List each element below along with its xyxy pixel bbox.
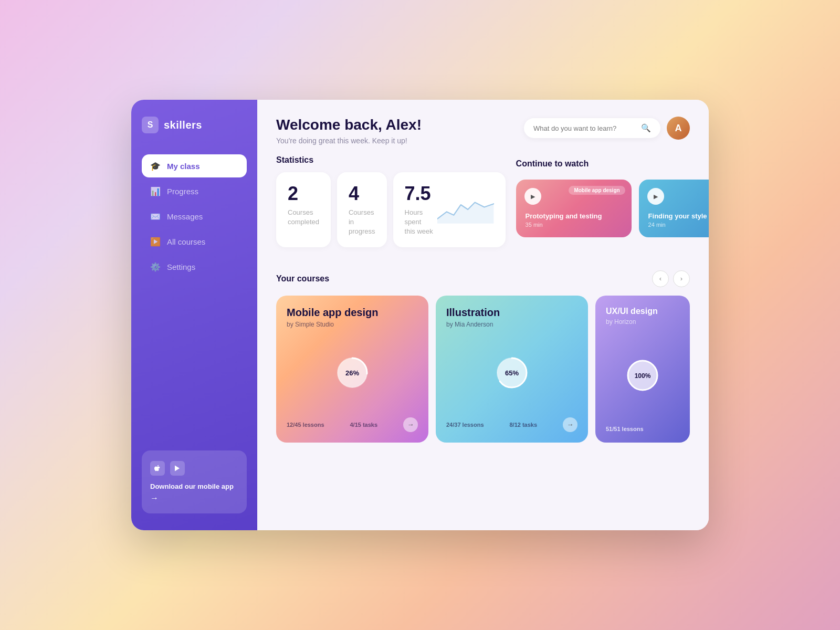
welcome-section: Welcome back, Alex! You're doing great t… (276, 117, 422, 145)
play-button-1[interactable]: ▶ (524, 188, 541, 205)
courses-next-button[interactable]: › (673, 270, 690, 287)
course-card-2-content: Illustration by Mia Anderson 65% 24/37 l (436, 296, 588, 443)
course-footer-1: 12/45 lessons 4/15 tasks → (287, 417, 418, 432)
sidebar-item-settings[interactable]: ⚙️ Settings (142, 255, 247, 278)
sidebar-item-my-class[interactable]: 🎓 My class (142, 154, 247, 177)
course-lessons-3: 51/51 lessons (606, 426, 644, 432)
logo-area: S skillers (142, 117, 247, 133)
progress-icon: 📊 (150, 186, 161, 196)
top-bar: Welcome back, Alex! You're doing great t… (257, 100, 709, 155)
continue-card-title-2: Finding your style (648, 212, 709, 220)
app-name: skillers (164, 119, 202, 131)
stat-label-hours: Hours spentthis week (405, 208, 438, 237)
your-courses-title: Your courses (276, 274, 329, 284)
search-input[interactable] (533, 124, 636, 132)
progress-circle-2: 65% (493, 354, 531, 392)
course-title-2: Illustration (446, 306, 578, 319)
continue-cards-list: ▶ Mobile app design Prototyping and test… (516, 180, 709, 237)
course-link-2[interactable]: → (563, 417, 578, 432)
progress-circle-1: 26% (333, 354, 371, 392)
stat-card-hours: 7.5 Hours spentthis week (393, 172, 506, 247)
course-author-2: by Mia Anderson (446, 321, 578, 328)
svg-text:26%: 26% (345, 369, 359, 377)
statistics-section: Statistics 2 Coursescompleted 4 Coursesi… (276, 155, 506, 260)
course-author-1: by Simple Studio (287, 321, 418, 328)
stat-number-hours: 7.5 (405, 183, 438, 205)
course-cards-list: Mobile app design by Simple Studio 26% 1 (276, 296, 690, 443)
course-link-1[interactable]: → (403, 417, 418, 432)
sidebar-item-all-courses[interactable]: ▶️ All courses (142, 230, 247, 253)
course-tasks-2: 8/12 tasks (509, 422, 537, 428)
course-title-3: UX/UI design (606, 306, 679, 316)
svg-text:65%: 65% (505, 369, 519, 377)
download-app-label: Download our mobile app (150, 482, 238, 491)
stat-number-completed: 2 (288, 183, 319, 205)
courses-nav-arrows: ‹ › (652, 270, 690, 287)
sidebar-label-all-courses: All courses (167, 237, 205, 246)
progress-circle-3: 100% (624, 356, 662, 394)
course-card-1[interactable]: Mobile app design by Simple Studio 26% 1 (276, 296, 428, 443)
search-icon: 🔍 (641, 123, 651, 133)
continue-watch-title: Continue to watch (516, 159, 589, 169)
my-class-icon: 🎓 (150, 161, 161, 171)
search-area: 🔍 A (524, 117, 690, 140)
continue-card-title-1: Prototyping and testing (526, 212, 622, 220)
svg-text:100%: 100% (635, 372, 651, 380)
course-title-1: Mobile app design (287, 306, 418, 319)
continue-card-2[interactable]: ▶ Finding your style 24 min (639, 180, 709, 237)
course-footer-3: 51/51 lessons (606, 426, 679, 432)
app-logo-icon: S (142, 117, 159, 133)
sidebar-label-progress: Progress (167, 187, 198, 196)
stat-label-progress: Coursesin progress (349, 208, 375, 237)
courses-prev-button[interactable]: ‹ (652, 270, 669, 287)
welcome-subtitle: You're doing great this week. Keep it up… (276, 136, 422, 145)
messages-icon: ✉️ (150, 211, 161, 222)
sidebar: S skillers 🎓 My class 📊 Progress ✉️ Mess… (131, 100, 257, 530)
continue-card-duration-2: 24 min (648, 222, 709, 228)
stat-number-progress: 4 (349, 183, 375, 205)
play-store-icon (170, 461, 185, 476)
sidebar-nav: 🎓 My class 📊 Progress ✉️ Messages ▶️ All… (142, 154, 247, 440)
welcome-title: Welcome back, Alex! (276, 117, 422, 133)
apple-store-icon (150, 461, 165, 476)
continue-card-duration-1: 35 min (526, 222, 622, 228)
sidebar-label-messages: Messages (167, 212, 203, 221)
course-card-3[interactable]: UX/UI design by Horizon 100% 51/51 lesso (595, 296, 690, 443)
card-badge-1: Mobile app design (569, 186, 625, 195)
your-courses-section: Your courses ‹ › Mobile app design by Si… (257, 270, 709, 443)
main-content: Welcome back, Alex! You're doing great t… (257, 100, 709, 530)
stat-label-completed: Coursescompleted (288, 208, 319, 227)
continue-watch-section: Continue to watch ‹ › ▶ Mobile app desig… (516, 155, 709, 260)
avatar-initials: A (675, 123, 682, 134)
course-card-3-content: UX/UI design by Horizon 100% 51/51 lesso (595, 296, 690, 443)
sidebar-label-settings: Settings (167, 262, 195, 271)
all-courses-icon: ▶️ (150, 236, 161, 247)
stat-card-courses-in-progress: 4 Coursesin progress (337, 172, 387, 247)
course-lessons-2: 24/37 lessons (446, 422, 484, 428)
hours-chart (437, 194, 494, 225)
logo-letter: S (148, 120, 153, 130)
course-card-2[interactable]: Illustration by Mia Anderson 65% 24/37 l (436, 296, 588, 443)
play-button-2[interactable]: ▶ (647, 188, 664, 205)
sidebar-label-my-class: My class (167, 162, 200, 171)
course-footer-2: 24/37 lessons 8/12 tasks → (446, 417, 578, 432)
statistics-title: Statistics (276, 155, 506, 165)
sidebar-item-progress[interactable]: 📊 Progress (142, 180, 247, 203)
mobile-app-download-card[interactable]: Download our mobile app → (142, 450, 247, 513)
course-tasks-1: 4/15 tasks (350, 422, 377, 428)
avatar[interactable]: A (667, 117, 690, 140)
search-bar[interactable]: 🔍 (524, 118, 660, 138)
download-arrow-icon: → (150, 494, 159, 503)
app-store-icons (150, 461, 238, 476)
course-lessons-1: 12/45 lessons (287, 422, 324, 428)
course-author-3: by Horizon (606, 318, 679, 326)
sidebar-item-messages[interactable]: ✉️ Messages (142, 205, 247, 228)
continue-card-1[interactable]: ▶ Mobile app design Prototyping and test… (516, 180, 632, 237)
stat-card-courses-completed: 2 Coursescompleted (276, 172, 331, 247)
settings-icon: ⚙️ (150, 261, 161, 272)
course-card-1-content: Mobile app design by Simple Studio 26% 1 (276, 296, 428, 443)
app-window: S skillers 🎓 My class 📊 Progress ✉️ Mess… (131, 100, 709, 530)
svg-marker-0 (437, 203, 494, 224)
